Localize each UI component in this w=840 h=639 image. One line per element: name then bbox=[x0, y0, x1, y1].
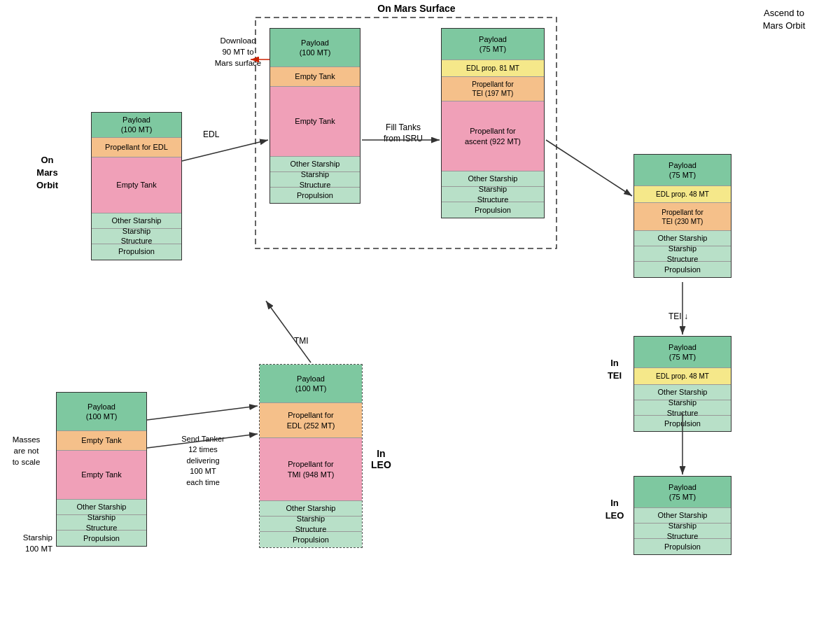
block-tei-197: Propellant forTEI (197 MT) bbox=[442, 77, 544, 101]
masses-not-to-scale: Massesare notto scale bbox=[0, 434, 52, 468]
on-mars-orbit-label: OnMarsOrbit bbox=[7, 154, 88, 192]
block-edl-48-tei: EDL prop. 48 MT bbox=[634, 368, 731, 385]
svg-line-6 bbox=[147, 406, 258, 420]
svg-line-1 bbox=[182, 140, 268, 161]
block-prop-tei: Propulsion bbox=[634, 416, 731, 431]
send-tanker-label: Send Tanker12 timesdelivering100 MTeach … bbox=[150, 434, 255, 488]
block-payload-isru: Payload(75 MT) bbox=[442, 29, 544, 60]
block-structure-isru: StarshipStructure bbox=[442, 187, 544, 202]
block-empty-tank-orange: Empty Tank bbox=[270, 67, 360, 87]
block-empty-tank-pink: Empty Tank bbox=[270, 87, 360, 157]
block-starship-structure: StarshipStructure bbox=[92, 229, 181, 244]
block-empty-tank-100mt-pink: Empty Tank bbox=[57, 451, 146, 500]
block-payload-edl: Payload(100 MT) bbox=[270, 29, 360, 67]
stack-in-leo-right: Payload(75 MT) Other Starship StarshipSt… bbox=[634, 476, 732, 555]
svg-line-3 bbox=[546, 140, 632, 196]
block-empty-tank-100mt-orange: Empty Tank bbox=[57, 431, 146, 451]
block-payload-ascend: Payload(75 MT) bbox=[634, 155, 731, 186]
block-edl-252: Propellant forEDL (252 MT) bbox=[260, 403, 362, 438]
edl-label: EDL bbox=[203, 129, 219, 139]
svg-line-8 bbox=[266, 301, 311, 363]
block-edl-prop-81: EDL prop. 81 MT bbox=[442, 60, 544, 77]
stack-mars-surface-isru: Payload(75 MT) EDL prop. 81 MT Propellan… bbox=[441, 28, 545, 218]
block-prop-leo-main: Propulsion bbox=[260, 532, 362, 547]
block-payload-100mt: Payload(100 MT) bbox=[57, 393, 146, 431]
ascend-mars-orbit-label: Ascend toMars Orbit bbox=[738, 7, 830, 32]
tmi-label: TMI bbox=[294, 336, 309, 346]
block-payload: Payload(100 MT) bbox=[92, 113, 181, 138]
starship-100mt-label: Starship100 MT bbox=[0, 532, 52, 554]
block-prop-isru: Propulsion bbox=[442, 202, 544, 218]
block-payload-leo-main: Payload(100 MT) bbox=[260, 365, 362, 403]
stack-starship-100mt: Payload(100 MT) Empty Tank Empty Tank Ot… bbox=[56, 392, 147, 547]
block-structure-100mt: StarshipStructure bbox=[57, 515, 146, 531]
in-leo-right-label: InLEO bbox=[601, 497, 629, 522]
block-structure-ascend: StarshipStructure bbox=[634, 246, 731, 262]
stack-in-tei: Payload(75 MT) EDL prop. 48 MT Other Sta… bbox=[634, 336, 732, 432]
block-structure-leo-main: StarshipStructure bbox=[260, 517, 362, 532]
block-prop-100mt: Propulsion bbox=[57, 531, 146, 546]
block-propulsion: Propulsion bbox=[92, 244, 181, 260]
block-prop-edl2: Propulsion bbox=[270, 188, 360, 203]
on-mars-surface-label: On Mars Surface bbox=[224, 3, 609, 14]
block-ascent-922: Propellant forascent (922 MT) bbox=[442, 101, 544, 171]
block-tei-230: Propellant forTEI (230 MT) bbox=[634, 203, 731, 231]
fill-tanks-label: Fill Tanksfrom ISRU bbox=[384, 122, 423, 144]
block-prop-ascend: Propulsion bbox=[634, 262, 731, 277]
stack-ascend-mars-orbit: Payload(75 MT) EDL prop. 48 MT Propellan… bbox=[634, 154, 732, 278]
block-empty-tank: Empty Tank bbox=[92, 157, 181, 213]
block-payload-tei: Payload(75 MT) bbox=[634, 337, 731, 368]
block-tmi-948: Propellant forTMI (948 MT) bbox=[260, 438, 362, 501]
stack-in-leo-main: Payload(100 MT) Propellant forEDL (252 M… bbox=[259, 364, 363, 548]
diagram: On Mars Surface Payload(100 MT) Propella… bbox=[0, 0, 840, 639]
block-structure-edl: StarshipStructure bbox=[270, 172, 360, 188]
block-prop-leo-right: Propulsion bbox=[634, 539, 731, 554]
stack-mars-surface-edl: Payload(100 MT) Empty Tank Empty Tank Ot… bbox=[270, 28, 360, 204]
stack-on-mars-orbit: Payload(100 MT) Propellant for EDL Empty… bbox=[91, 112, 182, 260]
in-tei-label: InTEI bbox=[601, 357, 629, 382]
block-payload-leo-right: Payload(75 MT) bbox=[634, 477, 731, 508]
in-leo-main-label: InLEO bbox=[371, 448, 391, 470]
tei-label: TEI ↓ bbox=[668, 311, 688, 321]
block-prop-edl: Propellant for EDL bbox=[92, 138, 181, 157]
block-edl-48-ascend: EDL prop. 48 MT bbox=[634, 186, 731, 203]
block-structure-tei: StarshipStructure bbox=[634, 400, 731, 416]
download-label: Download90 MT toMars surface bbox=[203, 35, 273, 69]
block-structure-leo-right: StarshipStructure bbox=[634, 524, 731, 539]
